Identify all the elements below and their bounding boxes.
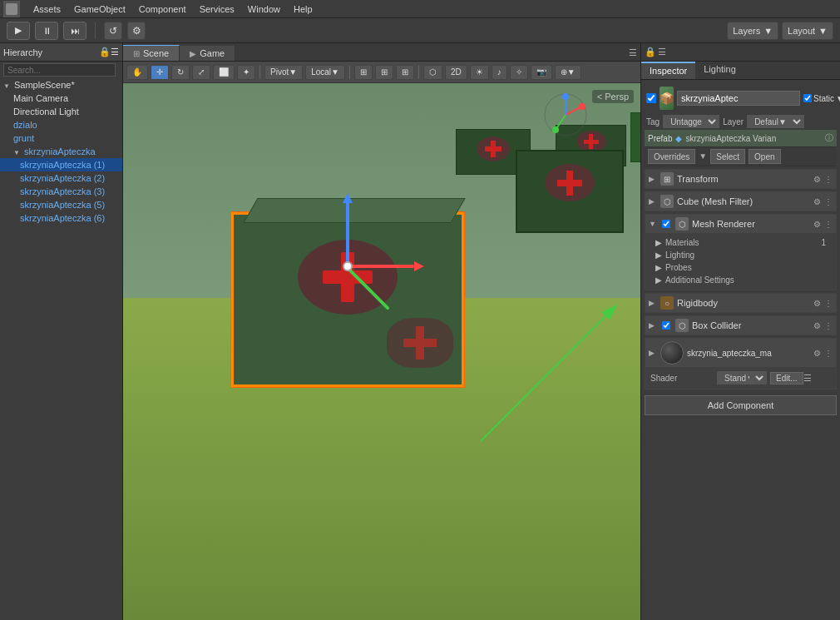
center-menu-btn[interactable]: ☰: [625, 45, 640, 61]
transform-header[interactable]: ▶ ⊞ Transform ⚙ ⋮: [645, 170, 836, 188]
material-menu[interactable]: ⋮: [824, 349, 833, 358]
layer-dropdown[interactable]: Defaul▼: [747, 115, 804, 128]
transform-settings[interactable]: ⚙: [813, 175, 821, 184]
mesh-filter-header[interactable]: ▶ ⬡ Cube (Mesh Filter) ⚙ ⋮: [645, 192, 836, 211]
mesh-filter-settings[interactable]: ⚙: [813, 197, 821, 206]
rect-tool[interactable]: ⬜: [213, 65, 235, 80]
additional-settings-label[interactable]: ▶ Additional Settings: [655, 275, 826, 285]
inspector-tab[interactable]: Inspector: [641, 62, 695, 79]
shader-menu-btn[interactable]: ☰: [803, 373, 812, 384]
box-collider-settings[interactable]: ⚙: [813, 321, 821, 330]
transform-tool[interactable]: ✦: [237, 65, 255, 80]
fx-btn[interactable]: ✧: [510, 65, 528, 80]
hierarchy-item-main-camera[interactable]: Main Camera: [0, 92, 122, 105]
2d-btn[interactable]: 2D: [445, 65, 467, 80]
move-tool[interactable]: ✛: [151, 65, 169, 80]
hierarchy-item-skrzynia-3[interactable]: skrzyniaApteczka (3): [0, 185, 122, 198]
layer-layout-area: Layers ▼ Layout ▼: [727, 22, 833, 40]
hierarchy-item-skrzynia-5[interactable]: skrzyniaApteczka (5): [0, 198, 122, 211]
menu-help[interactable]: Help: [287, 2, 319, 16]
menu-bar: Assets GameObject Component Services Win…: [0, 0, 840, 18]
rigidbody-header[interactable]: ▶ ○ Rigidbody ⚙ ⋮: [645, 294, 836, 312]
undo-button[interactable]: ↺: [104, 22, 122, 40]
mesh-renderer-icon: ⬡: [675, 217, 689, 231]
audio-btn[interactable]: ♪: [492, 65, 507, 80]
hierarchy-search-input[interactable]: [3, 63, 116, 77]
overrides-btn[interactable]: Overrides: [648, 149, 695, 164]
select-btn[interactable]: Select: [710, 149, 745, 164]
materials-label[interactable]: ▶ Materials 1: [655, 238, 826, 247]
probes-label[interactable]: ▶ Probes: [655, 263, 826, 272]
menu-services[interactable]: Services: [193, 2, 241, 16]
lighting-tab[interactable]: Lighting: [695, 62, 744, 79]
shader-edit-btn[interactable]: Edit...: [770, 372, 803, 384]
obj-active-toggle[interactable]: [646, 93, 656, 103]
hierarchy-item-skrzynia-6[interactable]: skrzyniaApteczka (6): [0, 211, 122, 225]
layers-dropdown[interactable]: Layers ▼: [727, 22, 778, 40]
pause-button[interactable]: ⏸: [35, 22, 58, 40]
local-dropdown[interactable]: Local▼: [305, 65, 345, 80]
mesh-renderer-toggle[interactable]: [662, 220, 670, 228]
redo-button[interactable]: ⚙: [127, 22, 146, 40]
hierarchy-lock[interactable]: 🔒: [99, 47, 111, 57]
box-collider-header[interactable]: ▶ ⬡ Box Collider ⚙ ⋮: [645, 316, 836, 335]
box-collider-toggle[interactable]: [662, 321, 670, 330]
rotate-tool[interactable]: ↻: [171, 65, 190, 80]
hierarchy-item-skrzynia[interactable]: ▼ skrzyniaApteczka: [0, 145, 122, 158]
lighting-section-label[interactable]: ▶ Lighting: [655, 250, 826, 260]
pause-icon: ⏸: [42, 26, 52, 36]
rigidbody-expand: ▶: [649, 299, 657, 307]
obj-name-field[interactable]: [677, 91, 800, 106]
scene-toolbar-sep3: [418, 66, 419, 79]
box-collider-menu[interactable]: ⋮: [824, 321, 833, 330]
main-camera-label: Main Camera: [13, 93, 68, 103]
material-header[interactable]: ▶ skrzynia_apteczka_ma ⚙ ⋮: [645, 339, 836, 367]
pivot-dropdown[interactable]: Pivot▼: [264, 65, 303, 80]
rigidbody-name: Rigidbody: [677, 298, 810, 308]
obj-icon: 📦: [660, 87, 674, 110]
hierarchy-item-dir-light[interactable]: Directional Light: [0, 105, 122, 118]
add-component-button[interactable]: Add Component: [645, 395, 837, 415]
tag-dropdown[interactable]: Untagge: [663, 115, 719, 128]
hierarchy-menu[interactable]: ☰: [111, 47, 119, 57]
hierarchy-item-dzialo[interactable]: dzialo: [0, 118, 122, 131]
light-btn[interactable]: ☀: [470, 65, 489, 80]
shading-btn[interactable]: ⬡: [423, 65, 442, 80]
mesh-renderer-settings[interactable]: ⚙: [813, 220, 821, 229]
scale-tool[interactable]: ⤢: [192, 65, 210, 80]
mesh-renderer-menu[interactable]: ⋮: [824, 220, 833, 229]
scene-view[interactable]: < Persp: [123, 83, 640, 620]
hierarchy-scene[interactable]: ▼ SampleScene*: [0, 78, 122, 92]
scene-tab[interactable]: ⊞ Scene: [123, 45, 180, 61]
inspector-panel: 🔒 ☰ Inspector Lighting 📦 Static ▼: [640, 43, 840, 620]
mesh-filter-menu[interactable]: ⋮: [824, 197, 833, 206]
hierarchy-item-grunt[interactable]: grunt: [0, 131, 122, 145]
snap2-btn[interactable]: ⊞: [396, 65, 414, 80]
camera-btn[interactable]: 📷: [531, 65, 552, 80]
hierarchy-item-skrzynia-2[interactable]: skrzyniaApteczka (2): [0, 171, 122, 185]
static-checkbox[interactable]: [803, 94, 812, 102]
grid-btn[interactable]: ⊞: [354, 65, 373, 80]
rigidbody-settings[interactable]: ⚙: [813, 299, 821, 308]
open-btn[interactable]: Open: [749, 149, 780, 164]
step-button[interactable]: ⏭: [63, 22, 86, 40]
static-dropdown-arrow[interactable]: ▼: [836, 94, 840, 103]
menu-gameobject[interactable]: GameObject: [67, 2, 132, 16]
play-button[interactable]: ▶: [7, 22, 30, 40]
game-tab[interactable]: ▶ Game: [180, 46, 235, 61]
layout-dropdown[interactable]: Layout ▼: [782, 22, 833, 40]
material-settings[interactable]: ⚙: [813, 349, 821, 358]
gizmos-btn[interactable]: ⊕▼: [555, 65, 581, 80]
shader-dropdown[interactable]: Stand▼: [717, 371, 767, 384]
menu-assets[interactable]: Assets: [27, 2, 67, 16]
menu-component[interactable]: Component: [132, 2, 193, 16]
mesh-renderer-header[interactable]: ▼ ⬡ Mesh Renderer ⚙ ⋮: [645, 215, 836, 233]
menu-window[interactable]: Window: [241, 2, 287, 16]
snap-btn[interactable]: ⊞: [375, 65, 393, 80]
transform-menu[interactable]: ⋮: [824, 175, 833, 184]
inspector-menu-btn[interactable]: ☰: [658, 47, 666, 57]
rigidbody-menu[interactable]: ⋮: [824, 299, 833, 308]
inspector-lock-btn[interactable]: 🔒: [645, 47, 656, 57]
hand-tool[interactable]: ✋: [126, 65, 148, 80]
hierarchy-item-skrzynia-1[interactable]: skrzyniaApteczka (1): [0, 158, 122, 171]
